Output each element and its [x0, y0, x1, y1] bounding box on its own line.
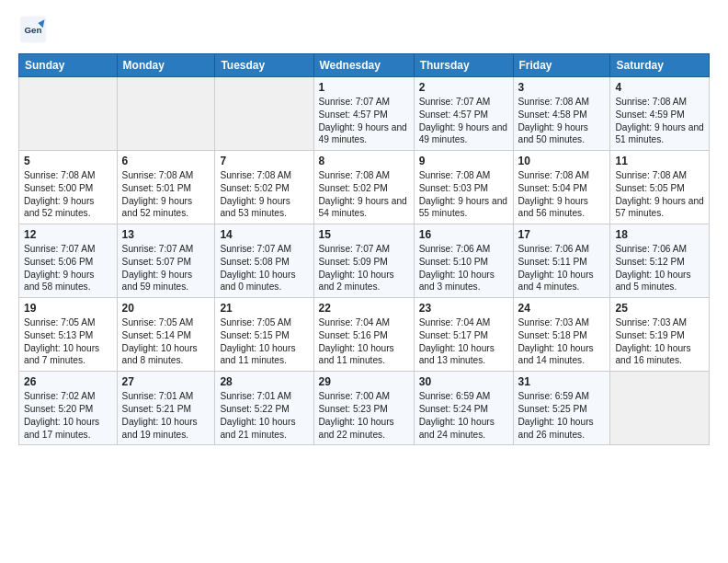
day-info: Sunrise: 6:59 AM Sunset: 5:25 PM Dayligh…	[518, 390, 606, 441]
calendar-cell: 15Sunrise: 7:07 AM Sunset: 5:09 PM Dayli…	[313, 224, 414, 298]
day-number: 19	[24, 302, 112, 315]
day-number: 21	[220, 302, 308, 315]
calendar-cell: 6Sunrise: 7:08 AM Sunset: 5:01 PM Daylig…	[117, 151, 215, 224]
day-info: Sunrise: 7:08 AM Sunset: 5:05 PM Dayligh…	[615, 169, 704, 220]
calendar-cell: 12Sunrise: 7:07 AM Sunset: 5:06 PM Dayli…	[19, 224, 118, 298]
day-number: 9	[419, 155, 508, 167]
day-number: 16	[419, 228, 508, 241]
calendar-table: SundayMondayTuesdayWednesdayThursdayFrid…	[18, 53, 710, 445]
svg-text:Gen: Gen	[25, 25, 42, 35]
weekday-header-thursday: Thursday	[414, 54, 513, 77]
day-info: Sunrise: 7:02 AM Sunset: 5:20 PM Dayligh…	[24, 390, 112, 441]
day-info: Sunrise: 7:07 AM Sunset: 5:07 PM Dayligh…	[122, 243, 210, 293]
day-number: 14	[220, 228, 308, 241]
header: Gen	[18, 15, 710, 44]
day-number: 25	[615, 302, 704, 315]
day-info: Sunrise: 6:59 AM Sunset: 5:24 PM Dayligh…	[419, 390, 508, 441]
week-row-4: 26Sunrise: 7:02 AM Sunset: 5:20 PM Dayli…	[19, 372, 710, 445]
day-number: 2	[419, 81, 508, 94]
day-info: Sunrise: 7:06 AM Sunset: 5:10 PM Dayligh…	[419, 243, 508, 293]
calendar-cell: 27Sunrise: 7:01 AM Sunset: 5:21 PM Dayli…	[117, 372, 215, 445]
day-number: 3	[518, 81, 606, 94]
day-info: Sunrise: 7:01 AM Sunset: 5:21 PM Dayligh…	[122, 390, 210, 441]
calendar-cell: 3Sunrise: 7:08 AM Sunset: 4:58 PM Daylig…	[513, 77, 610, 151]
day-info: Sunrise: 7:08 AM Sunset: 4:59 PM Dayligh…	[615, 96, 704, 146]
day-number: 15	[319, 228, 409, 241]
weekday-header-friday: Friday	[513, 54, 610, 77]
day-number: 12	[24, 228, 112, 241]
weekday-header-tuesday: Tuesday	[215, 54, 313, 77]
day-info: Sunrise: 7:07 AM Sunset: 4:57 PM Dayligh…	[319, 96, 409, 146]
logo: Gen	[18, 15, 51, 44]
day-number: 13	[122, 228, 210, 241]
day-number: 10	[518, 155, 606, 167]
calendar-cell	[117, 77, 215, 151]
week-row-2: 12Sunrise: 7:07 AM Sunset: 5:06 PM Dayli…	[19, 224, 710, 298]
day-number: 27	[122, 375, 210, 388]
day-number: 6	[122, 155, 210, 167]
calendar-cell: 11Sunrise: 7:08 AM Sunset: 5:05 PM Dayli…	[610, 151, 710, 224]
day-number: 24	[518, 302, 606, 315]
calendar-cell: 31Sunrise: 6:59 AM Sunset: 5:25 PM Dayli…	[513, 372, 610, 445]
day-number: 17	[518, 228, 606, 241]
calendar-cell: 7Sunrise: 7:08 AM Sunset: 5:02 PM Daylig…	[215, 151, 313, 224]
calendar-cell: 8Sunrise: 7:08 AM Sunset: 5:02 PM Daylig…	[313, 151, 414, 224]
day-info: Sunrise: 7:07 AM Sunset: 5:09 PM Dayligh…	[319, 243, 409, 293]
calendar-cell: 9Sunrise: 7:08 AM Sunset: 5:03 PM Daylig…	[414, 151, 513, 224]
day-info: Sunrise: 7:07 AM Sunset: 5:06 PM Dayligh…	[24, 243, 112, 293]
calendar-cell	[215, 77, 313, 151]
day-number: 1	[319, 81, 409, 94]
calendar-cell: 28Sunrise: 7:01 AM Sunset: 5:22 PM Dayli…	[215, 372, 313, 445]
day-number: 8	[319, 155, 409, 167]
day-info: Sunrise: 7:08 AM Sunset: 5:04 PM Dayligh…	[518, 169, 606, 220]
calendar-cell: 20Sunrise: 7:05 AM Sunset: 5:14 PM Dayli…	[117, 298, 215, 372]
day-info: Sunrise: 7:04 AM Sunset: 5:16 PM Dayligh…	[319, 316, 409, 367]
day-info: Sunrise: 7:07 AM Sunset: 5:08 PM Dayligh…	[220, 243, 308, 293]
day-info: Sunrise: 7:00 AM Sunset: 5:23 PM Dayligh…	[319, 390, 409, 441]
day-number: 31	[518, 375, 606, 388]
day-info: Sunrise: 7:03 AM Sunset: 5:19 PM Dayligh…	[615, 316, 704, 367]
day-info: Sunrise: 7:03 AM Sunset: 5:18 PM Dayligh…	[518, 316, 606, 367]
week-row-0: 1Sunrise: 7:07 AM Sunset: 4:57 PM Daylig…	[19, 77, 710, 151]
day-info: Sunrise: 7:05 AM Sunset: 5:15 PM Dayligh…	[220, 316, 308, 367]
logo-icon: Gen	[18, 15, 48, 44]
day-number: 11	[615, 155, 704, 167]
day-number: 20	[122, 302, 210, 315]
day-info: Sunrise: 7:08 AM Sunset: 5:02 PM Dayligh…	[319, 169, 409, 220]
weekday-header-monday: Monday	[117, 54, 215, 77]
weekday-header-sunday: Sunday	[19, 54, 118, 77]
day-info: Sunrise: 7:05 AM Sunset: 5:13 PM Dayligh…	[24, 316, 112, 367]
day-number: 23	[419, 302, 508, 315]
day-info: Sunrise: 7:08 AM Sunset: 4:58 PM Dayligh…	[518, 96, 606, 146]
calendar-cell	[19, 77, 118, 151]
day-info: Sunrise: 7:08 AM Sunset: 5:00 PM Dayligh…	[24, 169, 112, 220]
calendar-cell: 13Sunrise: 7:07 AM Sunset: 5:07 PM Dayli…	[117, 224, 215, 298]
calendar-cell: 26Sunrise: 7:02 AM Sunset: 5:20 PM Dayli…	[19, 372, 118, 445]
calendar-cell: 25Sunrise: 7:03 AM Sunset: 5:19 PM Dayli…	[610, 298, 710, 372]
calendar-cell: 1Sunrise: 7:07 AM Sunset: 4:57 PM Daylig…	[313, 77, 414, 151]
day-info: Sunrise: 7:04 AM Sunset: 5:17 PM Dayligh…	[419, 316, 508, 367]
week-row-3: 19Sunrise: 7:05 AM Sunset: 5:13 PM Dayli…	[19, 298, 710, 372]
calendar-cell: 22Sunrise: 7:04 AM Sunset: 5:16 PM Dayli…	[313, 298, 414, 372]
calendar-cell: 19Sunrise: 7:05 AM Sunset: 5:13 PM Dayli…	[19, 298, 118, 372]
calendar-cell: 18Sunrise: 7:06 AM Sunset: 5:12 PM Dayli…	[610, 224, 710, 298]
calendar-cell: 10Sunrise: 7:08 AM Sunset: 5:04 PM Dayli…	[513, 151, 610, 224]
calendar-cell: 30Sunrise: 6:59 AM Sunset: 5:24 PM Dayli…	[414, 372, 513, 445]
day-info: Sunrise: 7:07 AM Sunset: 4:57 PM Dayligh…	[419, 96, 508, 146]
day-info: Sunrise: 7:08 AM Sunset: 5:01 PM Dayligh…	[122, 169, 210, 220]
calendar-cell: 14Sunrise: 7:07 AM Sunset: 5:08 PM Dayli…	[215, 224, 313, 298]
day-info: Sunrise: 7:08 AM Sunset: 5:02 PM Dayligh…	[220, 169, 308, 220]
day-number: 7	[220, 155, 308, 167]
day-info: Sunrise: 7:08 AM Sunset: 5:03 PM Dayligh…	[419, 169, 508, 220]
day-number: 29	[319, 375, 409, 388]
calendar-cell: 29Sunrise: 7:00 AM Sunset: 5:23 PM Dayli…	[313, 372, 414, 445]
week-row-1: 5Sunrise: 7:08 AM Sunset: 5:00 PM Daylig…	[19, 151, 710, 224]
weekday-header-wednesday: Wednesday	[313, 54, 414, 77]
day-number: 4	[615, 81, 704, 94]
calendar-cell	[610, 372, 710, 445]
day-info: Sunrise: 7:05 AM Sunset: 5:14 PM Dayligh…	[122, 316, 210, 367]
day-info: Sunrise: 7:01 AM Sunset: 5:22 PM Dayligh…	[220, 390, 308, 441]
day-number: 5	[24, 155, 112, 167]
calendar-cell: 23Sunrise: 7:04 AM Sunset: 5:17 PM Dayli…	[414, 298, 513, 372]
day-number: 22	[319, 302, 409, 315]
